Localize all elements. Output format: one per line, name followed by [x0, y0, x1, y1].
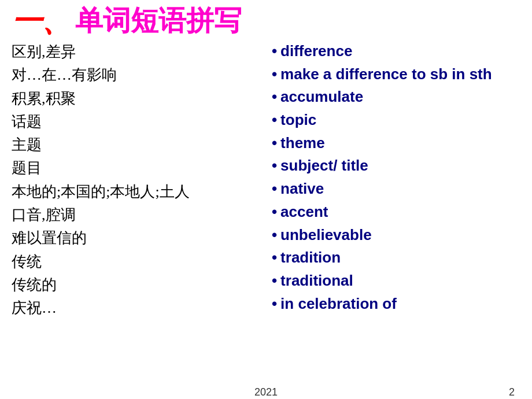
- right-item: •difference: [272, 40, 520, 62]
- bullet-icon: •: [272, 293, 277, 315]
- right-text: topic: [280, 109, 316, 131]
- bullet-icon: •: [272, 224, 277, 246]
- right-text: theme: [280, 132, 325, 154]
- right-text: tradition: [280, 247, 341, 269]
- left-column: 区别,差异对…在…有影响积累,积聚话题主题题目本地的;本国的;本地人;土人口音,…: [12, 40, 266, 320]
- right-item: •accent: [272, 201, 520, 223]
- right-item: •accumulate: [272, 86, 520, 108]
- left-item: 话题: [12, 110, 260, 134]
- bullet-icon: •: [272, 109, 277, 131]
- left-item: 本地的;本国的;本地人;土人: [12, 180, 260, 204]
- bullet-icon: •: [272, 86, 277, 108]
- right-text: accent: [280, 201, 328, 223]
- right-text: subject/ title: [280, 155, 368, 177]
- right-text: unbelievable: [280, 224, 372, 246]
- bullet-icon: •: [272, 178, 277, 200]
- right-text: make a difference to sb in sth: [280, 64, 492, 86]
- left-item: 积累,积聚: [12, 87, 260, 110]
- slide-header: 一、 单词短语拼写: [12, 6, 520, 36]
- left-item: 难以置信的: [12, 227, 260, 250]
- right-item: •subject/ title: [272, 155, 520, 177]
- bullet-icon: •: [272, 270, 277, 292]
- footer-year: 2021: [254, 386, 278, 398]
- bullet-icon: •: [272, 40, 277, 62]
- right-text: native: [280, 178, 324, 200]
- header-title: 单词短语拼写: [75, 7, 242, 35]
- left-item: 区别,差异: [12, 40, 260, 64]
- left-item: 庆祝…: [12, 297, 260, 320]
- right-text: in celebration of: [280, 293, 397, 315]
- bullet-icon: •: [272, 201, 277, 223]
- left-item: 传统的: [12, 274, 260, 297]
- right-column: •difference•make a difference to sb in s…: [266, 40, 520, 320]
- left-item: 题目: [12, 157, 260, 180]
- bullet-icon: •: [272, 64, 277, 86]
- slide-page: 一、 单词短语拼写 区别,差异对…在…有影响积累,积聚话题主题题目本地的;本国的…: [0, 0, 532, 399]
- bullet-icon: •: [272, 155, 277, 177]
- right-item: •in celebration of: [272, 293, 520, 315]
- right-item: •topic: [272, 109, 520, 131]
- left-item: 传统: [12, 250, 260, 274]
- right-item: •theme: [272, 132, 520, 154]
- right-item: •make a difference to sb in sth: [272, 64, 520, 86]
- right-item: •unbelievable: [272, 224, 520, 246]
- bullet-icon: •: [272, 247, 277, 269]
- content-area: 区别,差异对…在…有影响积累,积聚话题主题题目本地的;本国的;本地人;土人口音,…: [12, 40, 520, 320]
- left-item: 对…在…有影响: [12, 64, 260, 87]
- left-item: 主题: [12, 134, 260, 157]
- right-text: accumulate: [280, 86, 363, 108]
- footer-page: 2: [509, 386, 515, 398]
- header-number: 一、: [12, 6, 72, 36]
- right-item: •traditional: [272, 270, 520, 292]
- right-item: •native: [272, 178, 520, 200]
- right-text: traditional: [280, 270, 353, 292]
- left-item: 口音,腔调: [12, 204, 260, 227]
- bullet-icon: •: [272, 132, 277, 154]
- right-item: •tradition: [272, 247, 520, 269]
- right-text: difference: [280, 40, 352, 62]
